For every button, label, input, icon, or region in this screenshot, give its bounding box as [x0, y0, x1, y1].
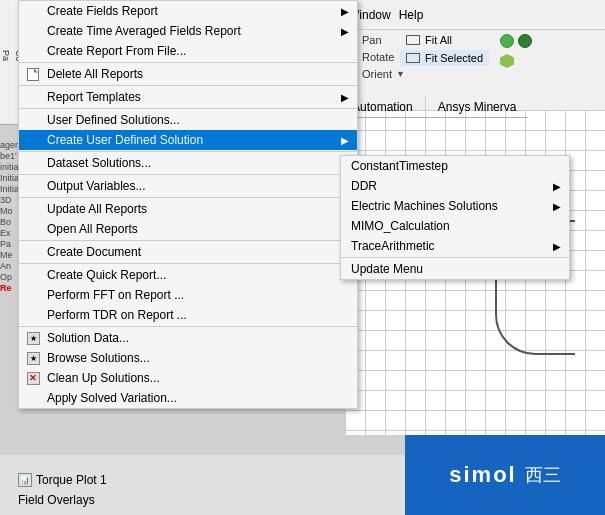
dark-green-circle[interactable] [518, 34, 532, 48]
menu-label: Delete All Reports [47, 67, 143, 81]
divider-7 [19, 240, 357, 241]
circle-row-1 [500, 34, 532, 48]
submenu-item-constant-timestep[interactable]: ConstantTimestep [341, 156, 569, 176]
menu-item-create-fields-report[interactable]: Create Fields Report ▶ [19, 1, 357, 21]
label-pa: Pa [0, 239, 18, 249]
delete-icon [25, 66, 41, 82]
pan-label: Pan [362, 34, 382, 46]
simol-chinese: 西三 [525, 463, 561, 487]
submenu-item-update-menu[interactable]: Update Menu [341, 259, 569, 279]
menu-label: Clean Up Solutions... [47, 371, 160, 385]
label-me: Me [0, 250, 18, 260]
clean-up-icon: ✕ [25, 370, 41, 386]
submenu-item-trace-arithmetic[interactable]: TraceArithmetic ▶ [341, 236, 569, 256]
divider-1 [19, 62, 357, 63]
menu-label: Output Variables... [47, 179, 146, 193]
arrow-icon: ▶ [553, 241, 561, 252]
menu-item-update-all-reports[interactable]: Update All Reports [19, 199, 357, 219]
browse-solutions-icon: ★ [25, 350, 41, 366]
submenu-label: DDR [351, 179, 377, 193]
menu-item-output-variables[interactable]: Output Variables... [19, 176, 357, 196]
menu-item-apply-solved-variation[interactable]: Apply Solved Variation... [19, 388, 357, 408]
left-edge-labels: ager be1' initial Initial: InitialS 3D M… [0, 140, 18, 293]
label-ager: ager [0, 140, 18, 150]
fit-selected-button[interactable]: Fit Selected [400, 50, 489, 66]
orient-arrow: ▼ [396, 69, 405, 79]
menu-item-create-report-from-file[interactable]: Create Report From File... [19, 41, 357, 61]
submenu-create-user-defined: ConstantTimestep DDR ▶ Electric Machines… [340, 155, 570, 280]
torque-plot-item[interactable]: 📊 Torque Plot 1 [18, 473, 107, 487]
label-ex: Ex [0, 228, 18, 238]
solution-data-icon: ★ [25, 330, 41, 346]
menu-item-delete-all-reports[interactable]: Delete All Reports [19, 64, 357, 84]
submenu-label: Update Menu [351, 262, 423, 276]
main-menu: Create Fields Report ▶ Create Time Avera… [18, 0, 358, 409]
fit-all-icon [406, 35, 420, 45]
menu-label: Create Report From File... [47, 44, 186, 58]
rotate-label: Rotate [362, 51, 394, 63]
menu-item-browse-solutions[interactable]: ★ Browse Solutions... [19, 348, 357, 368]
menu-item-dataset-solutions[interactable]: Dataset Solutions... [19, 153, 357, 173]
orient-control[interactable]: Orient ▼ [358, 66, 411, 82]
arrow-icon: ▶ [341, 135, 349, 146]
fit-selected-icon [406, 53, 420, 63]
label-3d: 3D [0, 195, 18, 205]
menu-label: Create User Defined Solution [47, 133, 203, 147]
hex-shape-1[interactable] [500, 54, 514, 68]
menu-item-perform-tdr[interactable]: Perform TDR on Report ... [19, 305, 357, 325]
help-menu[interactable]: Help [399, 8, 424, 22]
menu-label: Report Templates [47, 90, 141, 104]
circle-row-2 [500, 54, 532, 68]
menu-item-create-quick-report[interactable]: Create Quick Report... [19, 265, 357, 285]
fit-all-button[interactable]: Fit All [400, 32, 489, 48]
submenu-item-electric-machines[interactable]: Electric Machines Solutions ▶ [341, 196, 569, 216]
label-initial2: Initial: [0, 173, 18, 183]
arrow-icon: ▶ [553, 201, 561, 212]
submenu-label: Electric Machines Solutions [351, 199, 498, 213]
menu-item-report-templates[interactable]: Report Templates ▶ [19, 87, 357, 107]
menu-item-solution-data[interactable]: ★ Solution Data... [19, 328, 357, 348]
menu-label: Create Time Averaged Fields Report [47, 24, 241, 38]
divider-4 [19, 151, 357, 152]
field-overlays-item[interactable]: Field Overlays [18, 493, 95, 507]
toolbar-top: Window Help [340, 0, 605, 30]
menu-label: Update All Reports [47, 202, 147, 216]
menu-label: Perform TDR on Report ... [47, 308, 187, 322]
green-circle[interactable] [500, 34, 514, 48]
menu-item-user-defined-solutions[interactable]: User Defined Solutions... [19, 110, 357, 130]
menu-label: User Defined Solutions... [47, 113, 180, 127]
submenu-item-ddr[interactable]: DDR ▶ [341, 176, 569, 196]
menu-item-perform-fft[interactable]: Perform FFT on Report ... [19, 285, 357, 305]
torque-plot-label: Torque Plot 1 [36, 473, 107, 487]
label-re: Re [0, 283, 18, 293]
arrow-icon: ▶ [341, 92, 349, 103]
menu-item-create-user-defined-solution[interactable]: Create User Defined Solution ▶ [19, 130, 357, 150]
submenu-divider-1 [341, 257, 569, 258]
menu-label: Create Fields Report [47, 4, 158, 18]
field-overlays-label: Field Overlays [18, 493, 95, 507]
menu-label: Create Document [47, 245, 141, 259]
submenu-label: MIMO_Calculation [351, 219, 450, 233]
menu-label: Solution Data... [47, 331, 129, 345]
menu-item-open-all-reports[interactable]: Open All Reports [19, 219, 357, 239]
submenu-label: TraceArithmetic [351, 239, 435, 253]
fit-all-label: Fit All [425, 34, 452, 46]
divider-5 [19, 174, 357, 175]
submenu-item-mimo[interactable]: MIMO_Calculation [341, 216, 569, 236]
menu-item-clean-up-solutions[interactable]: ✕ Clean Up Solutions... [19, 368, 357, 388]
menu-item-create-document[interactable]: Create Document ▶ [19, 242, 357, 262]
divider-2 [19, 85, 357, 86]
orient-label: Orient [362, 68, 392, 80]
divider-9 [19, 326, 357, 327]
color-controls [500, 34, 532, 68]
label-initial3: InitialS [0, 184, 18, 194]
submenu-label: ConstantTimestep [351, 159, 448, 173]
arrow-icon: ▶ [341, 6, 349, 17]
simol-text: simol [449, 462, 516, 488]
label-mo: Mo [0, 206, 18, 216]
tab-bar: Automation Ansys Minerva [340, 97, 528, 118]
tab-ansys-minerva[interactable]: Ansys Minerva [426, 97, 529, 117]
fit-selected-label: Fit Selected [425, 52, 483, 64]
menu-item-create-time-averaged[interactable]: Create Time Averaged Fields Report ▶ [19, 21, 357, 41]
arrow-icon: ▶ [341, 26, 349, 37]
